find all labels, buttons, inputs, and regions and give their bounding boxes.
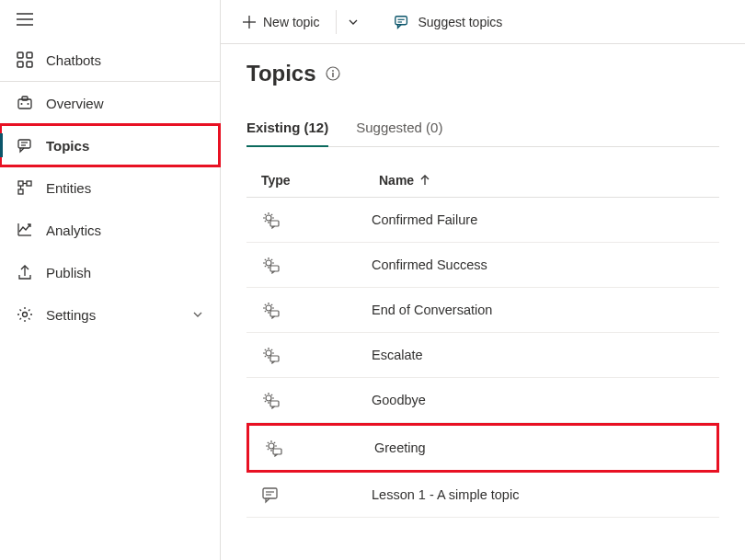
page-title-row: Topics xyxy=(246,61,719,86)
suggest-topics-label: Suggest topics xyxy=(418,15,502,29)
new-topic-button[interactable]: New topic xyxy=(237,9,325,35)
sidebar-item-label: Overview xyxy=(46,96,104,111)
svg-point-9 xyxy=(21,103,23,105)
table-row[interactable]: Lesson 1 - A simple topic xyxy=(246,473,719,518)
table-row[interactable]: Confirmed Success xyxy=(246,243,719,288)
svg-point-36 xyxy=(266,350,271,356)
info-icon[interactable] xyxy=(326,66,340,81)
topic-type-icon xyxy=(264,439,374,457)
sidebar-item-label: Settings xyxy=(46,307,96,323)
content: Topics Existing (12)Suggested (0) Type N… xyxy=(221,44,745,534)
topic-type-icon xyxy=(261,211,372,229)
sidebar-item-entities[interactable]: Entities xyxy=(0,166,220,209)
svg-rect-11 xyxy=(18,140,30,148)
svg-point-30 xyxy=(266,215,271,221)
hamburger-icon xyxy=(17,13,33,26)
sidebar-item-label: Analytics xyxy=(46,223,101,238)
hamburger-button[interactable] xyxy=(0,0,220,39)
topic-name: Goodbye xyxy=(372,393,426,407)
suggest-icon xyxy=(394,14,410,30)
svg-point-32 xyxy=(266,260,271,266)
topic-name: Confirmed Success xyxy=(372,257,487,272)
svg-rect-37 xyxy=(270,356,279,361)
sidebar-item-publish[interactable]: Publish xyxy=(0,251,220,293)
svg-rect-33 xyxy=(270,266,279,271)
table-row[interactable]: Goodbye xyxy=(246,378,719,423)
svg-point-10 xyxy=(28,103,29,105)
toolbar: New topic Suggest topics xyxy=(221,0,745,44)
topic-type-icon xyxy=(261,486,372,504)
table-row[interactable]: End of Conversation xyxy=(246,288,719,333)
topic-name: Confirmed Failure xyxy=(372,212,477,227)
table-header: Type Name xyxy=(246,164,719,198)
sort-asc-icon xyxy=(419,175,430,186)
new-topic-dropdown[interactable] xyxy=(348,17,359,28)
svg-point-34 xyxy=(266,305,271,311)
sidebar-item-label: Chatbots xyxy=(46,52,101,68)
sidebar-item-label: Topics xyxy=(46,138,89,154)
table-row[interactable]: Greeting xyxy=(246,423,719,473)
sidebar-item-topics[interactable]: Topics xyxy=(0,124,220,166)
sidebar-item-label: Entities xyxy=(46,180,91,196)
svg-rect-6 xyxy=(27,62,32,67)
svg-rect-14 xyxy=(18,181,23,186)
settings-icon xyxy=(17,306,33,323)
svg-rect-8 xyxy=(22,97,28,100)
svg-rect-4 xyxy=(27,52,32,58)
svg-rect-15 xyxy=(27,181,31,186)
column-header-name[interactable]: Name xyxy=(379,173,705,188)
tabs: Existing (12)Suggested (0) xyxy=(246,110,719,147)
topic-name: Lesson 1 - A simple topic xyxy=(372,487,519,502)
svg-rect-16 xyxy=(18,189,23,194)
page-title: Topics xyxy=(246,61,316,86)
tab-existing[interactable]: Existing (12) xyxy=(246,110,328,146)
topic-type-icon xyxy=(261,301,372,319)
table-row[interactable]: Escalate xyxy=(246,333,719,378)
plus-icon xyxy=(243,16,256,29)
svg-point-20 xyxy=(23,313,28,317)
sidebar-item-settings[interactable]: Settings xyxy=(0,293,220,336)
sidebar-item-overview[interactable]: Overview xyxy=(0,82,220,124)
grid-icon xyxy=(17,51,33,68)
overview-icon xyxy=(17,95,33,111)
suggest-topics-button[interactable]: Suggest topics xyxy=(388,8,508,36)
topic-name: Greeting xyxy=(374,440,426,455)
topic-name: End of Conversation xyxy=(372,303,492,317)
svg-rect-31 xyxy=(270,221,279,226)
toolbar-separator xyxy=(336,10,337,34)
sidebar-item-chatbots[interactable]: Chatbots xyxy=(0,39,220,81)
svg-point-38 xyxy=(266,395,271,401)
svg-rect-39 xyxy=(270,401,279,406)
topic-name: Escalate xyxy=(372,348,423,362)
sidebar-item-analytics[interactable]: Analytics xyxy=(0,209,220,251)
svg-rect-42 xyxy=(263,488,277,498)
chevron-down-icon xyxy=(348,17,359,28)
svg-rect-5 xyxy=(17,62,23,67)
sidebar-nav: OverviewTopicsEntitiesAnalyticsPublishSe… xyxy=(0,82,220,336)
tab-suggested[interactable]: Suggested (0) xyxy=(356,110,442,146)
publish-icon xyxy=(17,264,33,280)
svg-rect-41 xyxy=(273,449,281,454)
topic-type-icon xyxy=(261,256,372,274)
analytics-icon xyxy=(17,222,33,238)
chevron-down-icon xyxy=(192,307,203,323)
column-header-name-label: Name xyxy=(379,173,414,188)
topic-type-icon xyxy=(261,346,372,364)
main: New topic Suggest topics Topics xyxy=(221,0,745,560)
entities-icon xyxy=(17,179,33,196)
topics-icon xyxy=(17,137,33,154)
column-header-type[interactable]: Type xyxy=(261,173,372,188)
svg-rect-3 xyxy=(17,52,23,58)
svg-point-27 xyxy=(332,70,334,72)
svg-point-40 xyxy=(269,443,274,449)
new-topic-label: New topic xyxy=(263,15,319,29)
svg-rect-23 xyxy=(395,16,407,24)
svg-rect-35 xyxy=(270,311,279,316)
topics-table: Type Name Confirmed FailureConfirmed Suc… xyxy=(246,164,719,518)
sidebar: Chatbots OverviewTopicsEntitiesAnalytics… xyxy=(0,0,221,560)
table-body: Confirmed FailureConfirmed SuccessEnd of… xyxy=(246,198,719,518)
sidebar-item-label: Publish xyxy=(46,265,91,280)
table-row[interactable]: Confirmed Failure xyxy=(246,198,719,243)
topic-type-icon xyxy=(261,391,372,409)
